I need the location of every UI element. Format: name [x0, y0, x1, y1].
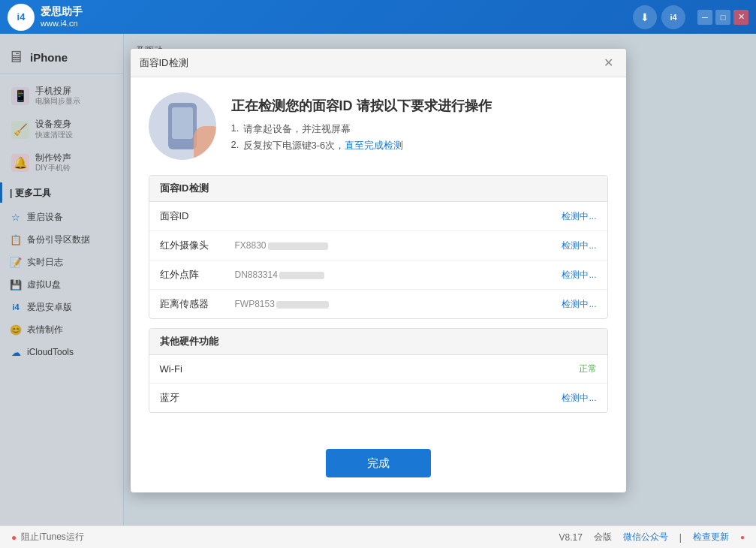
- infrared-dot-row: 红外点阵 DN883314 检测中...: [149, 260, 607, 290]
- instruction-list: 1.请拿起设备，并注视屏幕 2.反复按下电源键3-6次，直至完成检测: [231, 122, 492, 152]
- check-itunes-icon: ●: [11, 532, 17, 543]
- instruction-1: 1.请拿起设备，并注视屏幕: [231, 122, 492, 136]
- update-label[interactable]: 检查更新: [693, 531, 729, 543]
- dialog-footer: 完成: [131, 437, 626, 492]
- dialog-header-section: 正在检测您的面容ID 请按以下要求进行操作 1.请拿起设备，并注视屏幕 2.反复…: [149, 92, 608, 160]
- bluetooth-status[interactable]: 检测中...: [552, 392, 597, 405]
- infrared-camera-value: FX8830: [235, 240, 552, 251]
- other-hardware-section: 其他硬件功能 Wi-Fi 正常 蓝牙 检测中...: [149, 328, 608, 413]
- wechat-label[interactable]: 微信公众号: [623, 531, 668, 543]
- phone-illustration: [149, 92, 216, 160]
- face-id-section-header: 面容ID检测: [149, 176, 607, 202]
- phone-screen: [172, 107, 193, 139]
- download-button[interactable]: ⬇: [633, 5, 657, 29]
- app-name: 爱思助手 www.i4.cn: [41, 5, 83, 29]
- check-itunes-label[interactable]: 阻止iTunes运行: [21, 531, 84, 543]
- dialog-titlebar: 面容ID检测 ✕: [131, 49, 626, 77]
- bottom-bar-left: ● 阻止iTunes运行: [11, 531, 84, 543]
- infrared-camera-row: 红外摄像头 FX8830 检测中...: [149, 231, 607, 260]
- phone-shape: [168, 103, 197, 149]
- blur-bar-2: [279, 272, 324, 279]
- version-label: V8.17: [559, 532, 582, 543]
- dialog-close-button[interactable]: ✕: [601, 55, 617, 71]
- face-id-label: 面容ID: [160, 209, 235, 223]
- bottom-bar-right: V8.17 会版 微信公众号 | 检查更新 ●: [559, 531, 745, 543]
- maximize-button[interactable]: □: [715, 10, 730, 25]
- close-button[interactable]: ✕: [733, 10, 748, 25]
- face-id-section: 面容ID检测 面容ID 检测中... 红外摄像头 FX8830 检测中...: [149, 175, 608, 319]
- wifi-label: Wi-Fi: [160, 363, 235, 375]
- bluetooth-row: 蓝牙 检测中...: [149, 384, 607, 412]
- wifi-row: Wi-Fi 正常: [149, 355, 607, 384]
- minimize-button[interactable]: ─: [697, 10, 712, 25]
- complete-button[interactable]: 完成: [326, 449, 431, 477]
- wifi-status[interactable]: 正常: [552, 363, 597, 375]
- face-id-dialog: 面容ID检测 ✕ 正在检测您的面容ID 请按以下要求进行操作: [131, 49, 626, 492]
- app-logo-button[interactable]: i4: [661, 5, 685, 29]
- window-controls: ─ □ ✕: [697, 10, 748, 25]
- instruction-2: 2.反复按下电源键3-6次，直至完成检测: [231, 139, 492, 152]
- proximity-sensor-status[interactable]: 检测中...: [552, 298, 597, 311]
- dialog-overlay: 面容ID检测 ✕ 正在检测您的面容ID 请按以下要求进行操作: [0, 34, 756, 525]
- main-container: 🖥 iPhone 📱 手机投屏 电脑同步显示 🧹 设备瘦身 快速清理设 🔔 制作…: [0, 34, 756, 525]
- face-id-row: 面容ID 检测中...: [149, 202, 607, 231]
- bluetooth-label: 蓝牙: [160, 391, 235, 405]
- edition-label: 会版: [594, 531, 612, 543]
- title-bar-left: i4 爱思助手 www.i4.cn: [8, 4, 83, 31]
- blur-bar-3: [276, 301, 329, 309]
- dialog-title: 面容ID检测: [140, 56, 188, 70]
- proximity-sensor-label: 距离传感器: [160, 297, 235, 311]
- dialog-header-text: 正在检测您的面容ID 请按以下要求进行操作 1.请拿起设备，并注视屏幕 2.反复…: [231, 97, 492, 155]
- face-id-status[interactable]: 检测中...: [552, 210, 597, 223]
- app-logo-icon: i4: [8, 4, 35, 31]
- title-bar: i4 爱思助手 www.i4.cn ⬇ i4 ─ □ ✕: [0, 0, 756, 34]
- blur-bar-1: [268, 242, 328, 250]
- infrared-dot-label: 红外点阵: [160, 268, 235, 282]
- divider: |: [679, 532, 682, 543]
- dialog-body: 正在检测您的面容ID 请按以下要求进行操作 1.请拿起设备，并注视屏幕 2.反复…: [131, 77, 626, 437]
- other-hardware-header: 其他硬件功能: [149, 329, 607, 355]
- dialog-main-title: 正在检测您的面容ID 请按以下要求进行操作: [231, 97, 492, 115]
- update-dot: ●: [740, 533, 745, 541]
- bottom-bar: ● 阻止iTunes运行 V8.17 会版 微信公众号 | 检查更新 ●: [0, 525, 756, 548]
- proximity-sensor-value: FWP8153: [235, 299, 552, 309]
- hand-shape: [194, 126, 216, 160]
- infrared-camera-label: 红外摄像头: [160, 239, 235, 252]
- infrared-camera-status[interactable]: 检测中...: [552, 239, 597, 252]
- title-bar-controls: ⬇ i4 ─ □ ✕: [633, 5, 748, 29]
- infrared-dot-status[interactable]: 检测中...: [552, 269, 597, 282]
- proximity-sensor-row: 距离传感器 FWP8153 检测中...: [149, 290, 607, 318]
- infrared-dot-value: DN883314: [235, 269, 552, 280]
